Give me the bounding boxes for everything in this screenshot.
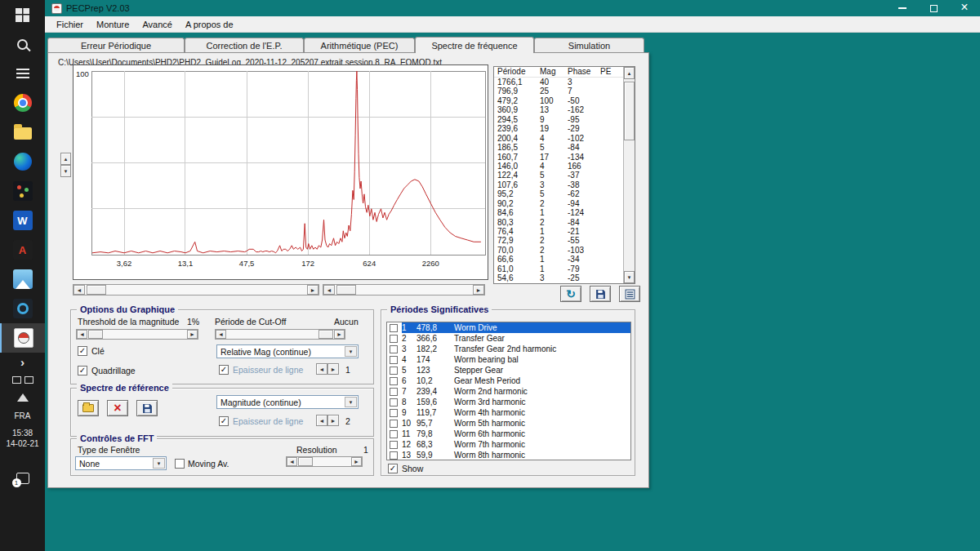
table-row[interactable]: 360,913-162 bbox=[494, 105, 623, 114]
table-row[interactable]: 70,02-103 bbox=[494, 246, 623, 255]
search-button[interactable] bbox=[0, 29, 45, 59]
mag-mode-dropdown[interactable]: Relative Mag (continue) bbox=[216, 344, 359, 358]
language-indicator[interactable]: FRA bbox=[0, 407, 45, 424]
table-row[interactable]: 146,04166 bbox=[494, 162, 623, 171]
period-checkbox[interactable] bbox=[390, 441, 398, 449]
table-row[interactable]: 796,9257 bbox=[494, 87, 623, 96]
table-row[interactable]: 61,01-79 bbox=[494, 264, 623, 273]
slider-thumb[interactable] bbox=[88, 330, 103, 339]
dropdown-arrow-icon[interactable] bbox=[153, 458, 165, 469]
open-reference-button[interactable] bbox=[78, 400, 99, 416]
close-button[interactable] bbox=[949, 0, 980, 16]
table-row[interactable]: 200,44-102 bbox=[494, 134, 623, 143]
start-button[interactable] bbox=[0, 0, 45, 29]
period-row[interactable]: 1478,8Worm Drive bbox=[387, 322, 630, 333]
table-row[interactable]: 239,619-29 bbox=[494, 124, 623, 133]
menu-a-propos[interactable]: A propos de bbox=[179, 18, 240, 31]
window-type-dropdown[interactable]: None bbox=[75, 456, 167, 470]
taskbar-explorer[interactable] bbox=[0, 118, 45, 147]
delete-reference-button[interactable] bbox=[107, 400, 128, 416]
ref-line-width-checkbox[interactable] bbox=[219, 416, 229, 426]
period-row[interactable]: 1179,8Worm 6th harmonic bbox=[387, 429, 630, 439]
taskbar-photos[interactable] bbox=[0, 264, 45, 294]
tab-correction-ep[interactable]: Correction de l'E.P. bbox=[185, 38, 304, 52]
period-checkbox[interactable] bbox=[390, 345, 398, 353]
taskbar-pecprep-active[interactable] bbox=[0, 323, 45, 353]
period-row[interactable]: 8159,6Worm 3rd harmonic bbox=[387, 397, 630, 407]
table-row[interactable]: 122,45-37 bbox=[494, 171, 623, 180]
slider-left-button[interactable] bbox=[77, 330, 87, 339]
scroll-right-button[interactable] bbox=[307, 285, 318, 295]
taskbar-edge[interactable] bbox=[0, 147, 45, 176]
scroll-up-button[interactable] bbox=[624, 67, 635, 79]
slider-right-button[interactable] bbox=[187, 330, 198, 339]
scroll-right-button[interactable] bbox=[473, 285, 484, 295]
refresh-button[interactable] bbox=[560, 286, 581, 302]
tab-arithmetique-pec[interactable]: Arithmétique (PEC) bbox=[304, 38, 415, 52]
table-row[interactable]: 1766,1403 bbox=[494, 78, 623, 87]
period-checkbox[interactable] bbox=[390, 377, 398, 385]
tab-erreur-periodique[interactable]: Erreur Périodique bbox=[47, 38, 185, 52]
scroll-left-button[interactable] bbox=[323, 285, 335, 295]
table-row[interactable]: 66,61-34 bbox=[494, 255, 623, 264]
taskbar-word[interactable] bbox=[0, 206, 45, 235]
tray-expand-button[interactable] bbox=[0, 353, 45, 371]
period-row[interactable]: 3182,2Transfer Gear 2nd harmonic bbox=[387, 344, 630, 354]
period-checkbox[interactable] bbox=[390, 324, 398, 332]
period-checkbox[interactable] bbox=[390, 367, 398, 375]
period-row[interactable]: 1095,7Worm 5th harmonic bbox=[387, 418, 630, 429]
table-row[interactable]: 107,63-38 bbox=[494, 180, 623, 189]
export-list-button[interactable] bbox=[619, 286, 640, 302]
slider-track[interactable] bbox=[297, 457, 351, 466]
taskbar-chrome[interactable] bbox=[0, 88, 45, 118]
spinner-down-button[interactable] bbox=[316, 363, 327, 375]
period-checkbox[interactable] bbox=[390, 409, 398, 417]
scroll-track[interactable] bbox=[85, 285, 307, 295]
spinner-down-button[interactable] bbox=[316, 415, 327, 426]
slider-left-button[interactable] bbox=[287, 457, 297, 466]
table-row[interactable]: 186,55-84 bbox=[494, 143, 623, 152]
scroll-down-button[interactable] bbox=[60, 165, 71, 177]
maximize-button[interactable] bbox=[918, 0, 949, 16]
line-width-checkbox[interactable] bbox=[219, 365, 229, 375]
period-checkbox[interactable] bbox=[390, 398, 398, 407]
slider-thumb[interactable] bbox=[298, 457, 313, 466]
menu-fichier[interactable]: Fichier bbox=[50, 18, 90, 31]
period-row[interactable]: 1359,9Worm 8th harmonic bbox=[387, 450, 630, 460]
period-checkbox[interactable] bbox=[390, 451, 398, 460]
table-row[interactable]: 160,717-134 bbox=[494, 153, 623, 162]
tab-simulation[interactable]: Simulation bbox=[534, 38, 644, 52]
scroll-thumb[interactable] bbox=[624, 82, 635, 140]
slider-left-button[interactable] bbox=[216, 330, 226, 339]
save-table-button[interactable] bbox=[590, 286, 611, 302]
taskbar-app[interactable] bbox=[0, 176, 45, 206]
table-row[interactable]: 84,61-124 bbox=[494, 208, 623, 217]
table-row[interactable]: 90,22-94 bbox=[494, 199, 623, 208]
reference-mode-dropdown[interactable]: Magnitude (continue) bbox=[216, 395, 359, 409]
dropdown-arrow-icon[interactable] bbox=[345, 397, 357, 407]
menu-monture[interactable]: Monture bbox=[90, 18, 136, 31]
spinner-up-button[interactable] bbox=[327, 363, 339, 375]
scroll-thumb[interactable] bbox=[336, 285, 356, 295]
scroll-thumb[interactable] bbox=[87, 285, 106, 295]
task-view-button[interactable] bbox=[0, 59, 45, 88]
slider-track[interactable] bbox=[226, 330, 334, 339]
spinner-up-button[interactable] bbox=[327, 415, 339, 426]
slider-thumb[interactable] bbox=[318, 330, 333, 339]
save-reference-button[interactable] bbox=[136, 400, 158, 416]
table-row[interactable]: 294,59-95 bbox=[494, 115, 623, 124]
taskbar-viewer[interactable] bbox=[0, 294, 45, 323]
period-checkbox[interactable] bbox=[390, 388, 398, 396]
clock[interactable]: 15:38 14-02-21 bbox=[0, 424, 45, 452]
slider-right-button[interactable] bbox=[351, 457, 362, 466]
tab-spectre-frequence[interactable]: Spectre de fréquence bbox=[415, 37, 534, 53]
period-row[interactable]: 1268,3Worm 7th harmonic bbox=[387, 439, 630, 450]
slider-right-button[interactable] bbox=[334, 330, 345, 339]
period-checkbox[interactable] bbox=[390, 420, 398, 428]
table-row[interactable]: 95,25-62 bbox=[494, 189, 623, 198]
period-checkbox[interactable] bbox=[390, 356, 398, 364]
table-row[interactable]: 76,41-21 bbox=[494, 227, 623, 236]
taskbar-acrobat[interactable] bbox=[0, 235, 45, 264]
period-checkbox[interactable] bbox=[390, 430, 398, 438]
moving-average-checkbox[interactable] bbox=[175, 459, 185, 469]
